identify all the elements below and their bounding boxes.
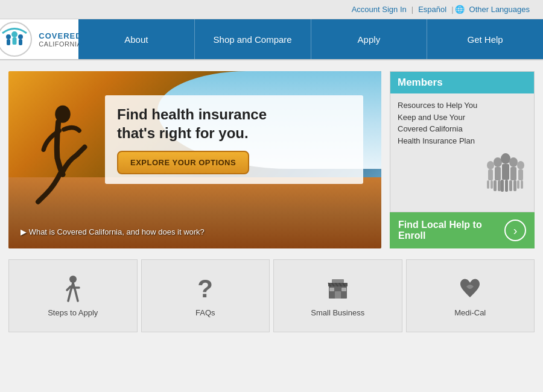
svg-point-3 xyxy=(11,31,17,37)
svg-rect-15 xyxy=(498,180,501,191)
svg-rect-9 xyxy=(488,169,493,180)
tile-steps-to-apply[interactable]: Steps to Apply xyxy=(8,259,138,332)
tile-medi-cal[interactable]: Medi-Cal xyxy=(406,259,535,332)
svg-rect-21 xyxy=(510,167,516,180)
main-nav: About Shop and Compare Apply Get Help xyxy=(78,19,543,59)
members-header: Members xyxy=(390,72,534,93)
bottom-tiles: Steps to Apply ? FAQs Small Busine xyxy=(0,259,543,341)
svg-rect-11 xyxy=(491,180,493,189)
svg-rect-38 xyxy=(329,288,334,291)
svg-rect-37 xyxy=(335,291,341,299)
svg-rect-25 xyxy=(518,169,523,180)
svg-rect-4 xyxy=(13,37,17,45)
nav-shop-compare[interactable]: Shop and Compare xyxy=(195,19,311,59)
svg-point-16 xyxy=(501,153,510,164)
svg-point-28 xyxy=(69,276,77,283)
sidebar: Members Resources to Help You Keep and U… xyxy=(390,71,535,248)
find-local-help-button[interactable]: Find Local Help to Enroll › xyxy=(390,212,535,248)
svg-point-20 xyxy=(509,157,518,167)
tile-faqs[interactable]: ? FAQs xyxy=(141,259,270,332)
svg-rect-26 xyxy=(517,180,519,189)
espanol-link[interactable]: Español xyxy=(418,5,446,14)
explore-options-button[interactable]: EXPLORE YOUR OPTIONS xyxy=(117,151,249,174)
members-silhouette xyxy=(484,100,527,204)
nav-about[interactable]: About xyxy=(78,19,195,59)
svg-point-12 xyxy=(494,157,502,167)
heart-icon xyxy=(458,274,482,303)
question-icon: ? xyxy=(193,274,217,303)
globe-icon: 🌐 xyxy=(455,5,465,14)
main-content: Find health insurance that's right for y… xyxy=(0,60,543,259)
hero-text-box: Find health insurance that's right for y… xyxy=(105,95,363,184)
svg-rect-14 xyxy=(494,180,497,191)
members-body: Resources to Help You Keep and Use Your … xyxy=(390,93,534,210)
tile-steps-label: Steps to Apply xyxy=(48,308,98,317)
other-languages-link[interactable]: Other Languages xyxy=(469,5,530,14)
members-text: Resources to Help You Keep and Use Your … xyxy=(398,100,480,204)
svg-rect-22 xyxy=(509,180,512,191)
nav-get-help[interactable]: Get Help xyxy=(427,19,543,59)
svg-rect-23 xyxy=(513,180,516,191)
tile-faqs-label: FAQs xyxy=(195,308,215,317)
separator2: | xyxy=(451,5,453,14)
people-silhouette-icon xyxy=(484,132,527,204)
svg-text:?: ? xyxy=(197,274,213,303)
svg-rect-19 xyxy=(505,180,508,192)
svg-point-1 xyxy=(6,34,11,39)
account-signin-link[interactable]: Account Sign In xyxy=(352,5,407,14)
find-local-text: Find Local Help to Enroll xyxy=(398,220,504,241)
top-bar: Account Sign In | Español | 🌐 Other Lang… xyxy=(0,0,543,19)
logo-california: CALIFORNIA xyxy=(39,40,81,48)
nav-apply[interactable]: Apply xyxy=(311,19,428,59)
members-box: Members Resources to Help You Keep and U… xyxy=(390,71,535,212)
hero-section: Find health insurance that's right for y… xyxy=(8,71,381,248)
svg-rect-6 xyxy=(19,39,22,45)
svg-point-24 xyxy=(517,161,524,169)
find-local-arrow-icon: › xyxy=(504,220,526,241)
svg-rect-13 xyxy=(495,167,501,180)
svg-rect-27 xyxy=(521,180,523,189)
svg-rect-17 xyxy=(502,164,509,180)
hero-info-link[interactable]: What is Covered California, and how does… xyxy=(21,227,205,236)
svg-rect-40 xyxy=(332,279,344,283)
logo-covered: COVERED xyxy=(39,31,81,40)
tile-small-business[interactable]: Small Business xyxy=(273,259,402,332)
runner-silhouette xyxy=(27,98,99,218)
store-icon xyxy=(326,274,350,303)
svg-point-5 xyxy=(18,34,23,39)
svg-rect-10 xyxy=(487,180,489,189)
tile-medi-cal-label: Medi-Cal xyxy=(454,308,486,317)
tile-small-business-label: Small Business xyxy=(311,308,364,317)
logo-area[interactable]: COVERED CALIFORNIA xyxy=(0,19,78,59)
logo-icon xyxy=(0,21,33,57)
svg-rect-2 xyxy=(7,39,10,45)
header: COVERED CALIFORNIA About Shop and Compar… xyxy=(0,19,543,60)
separator1: | xyxy=(411,5,413,14)
svg-rect-18 xyxy=(501,180,504,192)
hero-title: Find health insurance that's right for y… xyxy=(117,105,351,142)
svg-point-8 xyxy=(487,161,494,169)
svg-rect-39 xyxy=(341,288,346,291)
walker-icon xyxy=(61,274,85,303)
